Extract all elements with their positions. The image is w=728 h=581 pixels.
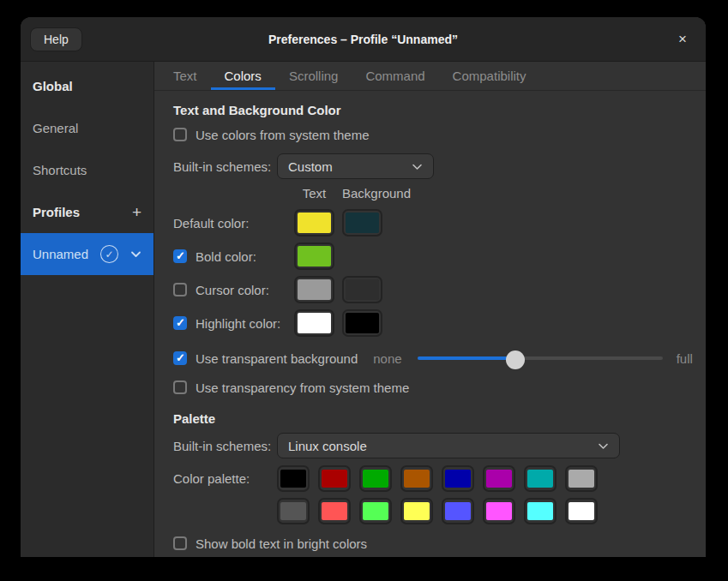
tab-scrolling[interactable]: Scrolling <box>275 62 352 90</box>
palette-swatch-brown[interactable] <box>400 465 433 492</box>
cursor-color-row: Cursor color: <box>173 276 706 303</box>
close-icon[interactable]: × <box>671 28 694 51</box>
palette-swatch-cyan[interactable] <box>524 465 557 492</box>
chevron-down-icon <box>598 442 609 450</box>
highlight-color-checkbox[interactable] <box>173 316 187 330</box>
sidebar-profiles-label: Profiles <box>33 205 80 219</box>
sidebar: Global General Shortcuts Profiles + Unna… <box>21 62 154 557</box>
profile-chevron-down-icon[interactable] <box>130 250 141 258</box>
sidebar-shortcuts-label: Shortcuts <box>33 163 87 177</box>
cursor-background-color-swatch[interactable] <box>342 276 382 303</box>
default-color-label: Default color: <box>173 216 249 231</box>
use-system-colors-checkbox[interactable] <box>173 128 187 141</box>
builtin-schemes-label: Built-in schemes: <box>173 159 277 174</box>
transparency-none-label: none <box>373 351 401 366</box>
highlight-color-label: Highlight color: <box>196 316 280 331</box>
titlebar: Help Preferences – Profile “Unnamed” × <box>21 17 706 62</box>
slider-fill <box>418 356 515 360</box>
help-button[interactable]: Help <box>30 27 82 51</box>
sidebar-item-profile-unnamed[interactable]: Unnamed ✓ <box>21 233 153 275</box>
tab-compatibility[interactable]: Compatibility <box>439 62 540 90</box>
default-background-color-swatch[interactable] <box>342 209 382 237</box>
tab-colors[interactable]: Colors <box>211 62 275 90</box>
palette-swatch-black[interactable] <box>277 465 310 492</box>
palette-swatch-dark-gray[interactable] <box>277 498 310 524</box>
palette-schemes-value: Linux console <box>288 439 367 453</box>
cursor-color-label: Cursor color: <box>196 283 269 297</box>
bold-color-checkbox[interactable] <box>173 249 187 263</box>
highlight-color-row: Highlight color: <box>173 309 706 337</box>
builtin-schemes-value: Custom <box>288 159 333 174</box>
show-bold-bright-checkbox[interactable] <box>173 536 187 550</box>
swatch-column-headers: Text Background <box>173 186 706 203</box>
palette-swatch-bright-green[interactable] <box>359 498 392 524</box>
slider-handle[interactable] <box>506 350 525 369</box>
profile-default-check-icon[interactable]: ✓ <box>100 245 118 263</box>
palette-swatch-blue[interactable] <box>442 465 474 492</box>
palette-swatch-yellow[interactable] <box>400 498 433 524</box>
sidebar-header-profiles: Profiles + <box>21 191 153 233</box>
colors-panel: Text and Background Color Use colors fro… <box>154 91 706 557</box>
highlight-text-color-swatch[interactable] <box>294 309 334 337</box>
sidebar-item-shortcuts[interactable]: Shortcuts <box>21 149 153 191</box>
column-header-text: Text <box>294 186 334 203</box>
bold-color-label: Bold color: <box>196 249 256 264</box>
sidebar-header-global: Global <box>21 65 153 107</box>
use-system-transparency-checkbox[interactable] <box>173 380 187 394</box>
transparency-full-label: full <box>677 351 693 366</box>
palette-swatch-bright-blue[interactable] <box>442 498 474 524</box>
preferences-window: Help Preferences – Profile “Unnamed” × G… <box>21 17 706 557</box>
tab-text[interactable]: Text <box>159 62 211 90</box>
palette-row-2 <box>173 498 706 524</box>
profile-tabs: Text Colors Scrolling Command Compatibil… <box>154 62 706 91</box>
cursor-text-color-swatch[interactable] <box>294 276 334 303</box>
palette-swatch-green[interactable] <box>359 465 392 492</box>
tab-command[interactable]: Command <box>352 62 438 90</box>
use-system-transparency-label: Use transparency from system theme <box>196 380 409 395</box>
palette-schemes-dropdown[interactable]: Linux console <box>277 433 620 458</box>
highlight-background-color-swatch[interactable] <box>342 309 382 337</box>
profile-name-label: Unnamed <box>33 247 88 261</box>
section-title-text-background: Text and Background Color <box>173 103 706 117</box>
palette-swatch-white[interactable] <box>565 498 598 524</box>
palette-row-1: Color palette: <box>173 465 706 492</box>
bold-color-swatch[interactable] <box>294 243 334 270</box>
column-header-background: Background <box>342 186 411 203</box>
use-system-colors-label: Use colors from system theme <box>196 128 370 142</box>
transparency-slider[interactable] <box>418 349 663 368</box>
add-profile-button[interactable]: + <box>132 203 141 222</box>
show-bold-bright-label: Show bold text in bright colors <box>196 536 367 551</box>
use-transparent-background-label: Use transparent background <box>196 351 358 366</box>
color-palette-label: Color palette: <box>173 471 277 486</box>
section-title-palette: Palette <box>173 411 706 426</box>
transparency-row: Use transparent background none full <box>173 348 706 368</box>
sidebar-global-label: Global <box>33 79 73 93</box>
palette-swatch-magenta[interactable] <box>483 465 515 492</box>
sidebar-item-general[interactable]: General <box>21 107 153 149</box>
bold-color-row: Bold color: <box>173 243 706 270</box>
palette-swatch-light-gray[interactable] <box>565 465 598 492</box>
chevron-down-icon <box>412 163 423 171</box>
sidebar-general-label: General <box>33 121 78 135</box>
window-title: Preferences – Profile “Unnamed” <box>21 33 706 46</box>
palette-swatch-bright-red[interactable] <box>318 498 351 524</box>
palette-schemes-label: Built-in schemes: <box>173 439 277 453</box>
builtin-schemes-dropdown[interactable]: Custom <box>277 153 434 179</box>
palette-swatch-bright-magenta[interactable] <box>483 498 515 524</box>
cursor-color-checkbox[interactable] <box>173 283 187 296</box>
default-text-color-swatch[interactable] <box>294 209 334 237</box>
palette-swatch-bright-cyan[interactable] <box>524 498 557 524</box>
palette-swatch-red[interactable] <box>318 465 351 492</box>
use-transparent-background-checkbox[interactable] <box>173 351 187 365</box>
default-color-row: Default color: <box>173 209 706 237</box>
